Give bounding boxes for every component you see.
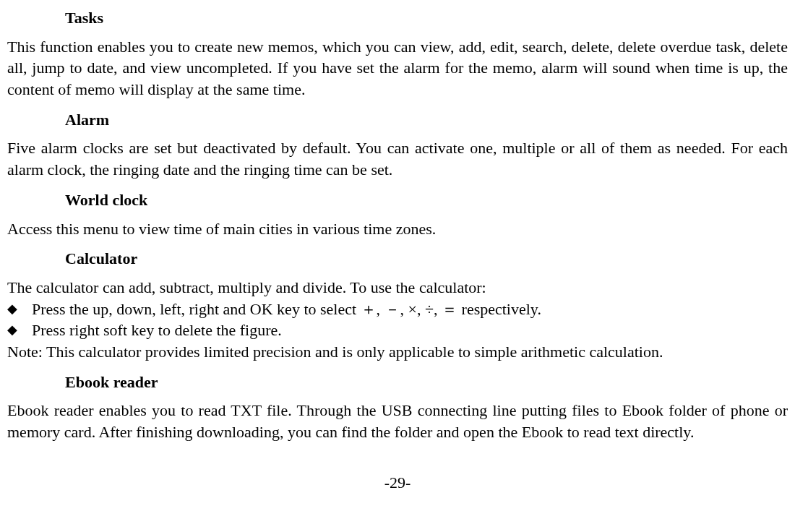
diamond-bullet-icon: ◆ [7,319,32,340]
diamond-bullet-icon: ◆ [7,299,32,319]
paragraph-tasks: This function enables you to create new … [7,36,788,100]
paragraph-calculator-intro: The calculator can add, subtract, multip… [7,277,788,299]
bullet-text-1: Press the up, down, left, right and OK k… [32,299,788,320]
paragraph-calculator-note: Note: This calculator provides limited p… [7,341,788,363]
paragraph-alarm: Five alarm clocks are set but deactivate… [7,137,788,180]
page-number: -29- [7,472,788,494]
heading-alarm: Alarm [65,109,788,131]
heading-calculator: Calculator [65,248,788,270]
heading-world-clock: World clock [65,189,788,211]
bullet-item: ◆ Press right soft key to delete the fig… [7,319,788,341]
bullet-text-2: Press right soft key to delete the figur… [32,319,788,341]
heading-tasks: Tasks [65,7,788,29]
heading-ebook: Ebook reader [65,372,788,393]
paragraph-world-clock: Access this menu to view time of main ci… [7,218,788,240]
bullet-item: ◆ Press the up, down, left, right and OK… [7,299,788,320]
paragraph-ebook: Ebook reader enables you to read TXT fil… [7,400,788,442]
